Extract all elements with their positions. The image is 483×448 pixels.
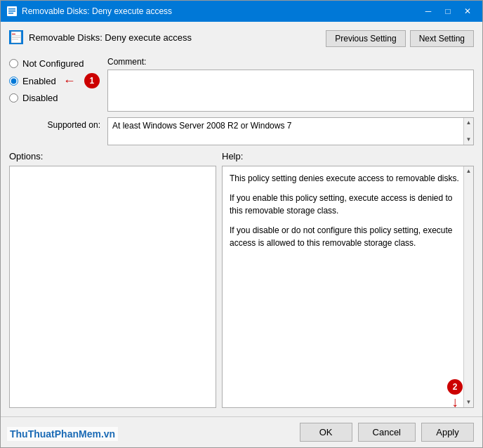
comment-column: Comment: <box>107 57 474 112</box>
header-row: Removable Disks: Deny execute access Pre… <box>9 30 474 47</box>
svg-rect-2 <box>8 11 15 12</box>
radio-and-comment: Not Configured Enabled ← 1 Disabled Comm… <box>9 57 474 112</box>
help-paragraph-2: If you enable this policy setting, execu… <box>230 192 466 217</box>
svg-rect-5 <box>12 34 15 34</box>
apply-button[interactable]: Apply <box>421 423 474 442</box>
help-scroll-up: ▲ <box>465 168 472 175</box>
minimize-button[interactable]: ─ <box>419 4 437 18</box>
enabled-label: Enabled <box>22 76 56 86</box>
comment-textarea[interactable] <box>107 70 474 112</box>
header-label: Removable Disks: Deny execute access <box>29 32 192 43</box>
help-paragraph-1: This policy setting denies execute acces… <box>230 172 466 185</box>
arrow-annotation-1: ← <box>63 74 76 88</box>
supported-on-value: At least Windows Server 2008 R2 or Windo… <box>112 121 291 131</box>
previous-setting-button[interactable]: Previous Setting <box>326 30 405 47</box>
options-title: Options: <box>9 151 216 162</box>
annotation-arrow-2: ↓ <box>451 395 458 409</box>
supported-on-box: At least Windows Server 2008 R2 or Windo… <box>107 117 474 145</box>
supported-scrollbar: ▲ ▼ <box>463 118 473 145</box>
title-bar-text: Removable Disks: Deny execute access <box>22 6 419 16</box>
maximize-button[interactable]: □ <box>439 4 457 18</box>
ok-button[interactable]: OK <box>300 423 352 442</box>
scroll-down-arrow: ▼ <box>465 136 472 143</box>
apply-annotation-container: 2 ↓ <box>447 379 463 409</box>
help-box: This policy setting denies execute acces… <box>222 166 474 408</box>
header-title: Removable Disks: Deny execute access <box>9 30 192 44</box>
disabled-label: Disabled <box>22 93 58 103</box>
enabled-radio-input[interactable] <box>9 77 18 86</box>
svg-rect-1 <box>8 8 15 10</box>
options-section: Options: <box>9 151 216 408</box>
scroll-up-arrow: ▲ <box>465 119 472 126</box>
svg-rect-3 <box>8 13 13 14</box>
not-configured-radio[interactable]: Not Configured <box>9 58 100 69</box>
radio-column: Not Configured Enabled ← 1 Disabled <box>9 57 100 103</box>
watermark: ThuThuatPhanMem.vn <box>7 427 118 441</box>
title-bar: Removable Disks: Deny execute access ─ □… <box>1 1 482 22</box>
options-box <box>9 166 216 408</box>
lower-section: Options: Help: This policy setting denie… <box>9 151 474 408</box>
help-paragraph-3: If you disable or do not configure this … <box>230 224 466 249</box>
svg-rect-7 <box>12 37 20 38</box>
header-buttons: Previous Setting Next Setting <box>326 30 474 47</box>
policy-icon <box>9 30 23 44</box>
help-scroll-down: ▼ <box>465 399 472 406</box>
cancel-button[interactable]: Cancel <box>358 423 416 442</box>
supported-on-label: Supported on: <box>9 117 100 130</box>
enabled-radio[interactable]: Enabled ← 1 <box>9 73 100 88</box>
annotation-circle-2: 2 <box>447 379 463 395</box>
annotation-circle-1: 1 <box>84 73 100 88</box>
svg-rect-8 <box>12 39 18 40</box>
disabled-radio[interactable]: Disabled <box>9 93 100 103</box>
not-configured-radio-input[interactable] <box>9 59 18 68</box>
not-configured-label: Not Configured <box>22 58 84 69</box>
main-window: Removable Disks: Deny execute access ─ □… <box>0 0 483 448</box>
help-scrollbar: ▲ ▼ <box>463 166 473 407</box>
next-setting-button[interactable]: Next Setting <box>410 30 474 47</box>
help-section: Help: This policy setting denies execute… <box>222 151 474 408</box>
title-bar-controls: ─ □ ✕ <box>419 4 477 18</box>
svg-rect-6 <box>12 36 20 37</box>
window-icon <box>6 6 18 17</box>
disabled-radio-input[interactable] <box>9 93 18 103</box>
main-area: Not Configured Enabled ← 1 Disabled Comm… <box>9 57 474 408</box>
close-button[interactable]: ✕ <box>458 4 477 18</box>
comment-label: Comment: <box>107 57 474 67</box>
content-area: Removable Disks: Deny execute access Pre… <box>1 22 482 416</box>
supported-row: Supported on: At least Windows Server 20… <box>9 117 474 145</box>
help-title: Help: <box>222 151 474 162</box>
